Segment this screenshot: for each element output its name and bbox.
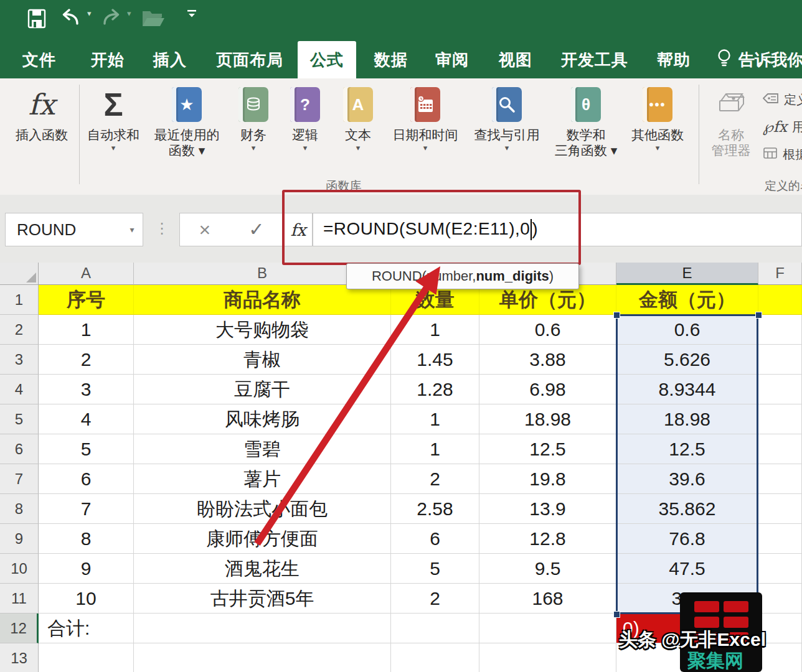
row-header-3[interactable]: 3 — [0, 345, 39, 375]
cell-A5[interactable]: 4 — [39, 404, 134, 434]
row-header-1[interactable]: 1 — [0, 285, 39, 315]
dropdown-arrow-icon[interactable]: ▾ — [334, 142, 382, 154]
row-header-6[interactable]: 6 — [0, 434, 39, 464]
cell-D8[interactable]: 13.9 — [479, 494, 616, 524]
cell-F10[interactable] — [758, 554, 802, 584]
cell-C9[interactable]: 6 — [391, 524, 479, 554]
dropdown-arrow-icon[interactable]: ▾ — [230, 142, 276, 154]
cell-D3[interactable]: 3.88 — [479, 345, 616, 375]
tab-page-layout[interactable]: 页面布局 — [215, 41, 285, 78]
save-icon[interactable] — [27, 9, 46, 29]
cell-A9[interactable]: 8 — [39, 524, 134, 554]
cell-C8[interactable]: 2.58 — [391, 494, 479, 524]
cell-A12[interactable]: 合计: — [39, 614, 134, 643]
redo-dropdown-icon[interactable]: ▾ — [127, 9, 131, 18]
cell-C4[interactable]: 1.28 — [391, 375, 479, 404]
column-header-A[interactable]: A — [39, 263, 134, 285]
cell-B7[interactable]: 薯片 — [134, 464, 391, 494]
financial-button[interactable]: 财务▾ — [230, 82, 276, 189]
cell-B6[interactable]: 雪碧 — [134, 434, 391, 464]
cell-C10[interactable]: 5 — [391, 554, 479, 584]
customize-quick-access-icon[interactable] — [187, 9, 197, 19]
cell-E6[interactable]: 12.5 — [616, 434, 758, 464]
cell-A2[interactable]: 1 — [39, 315, 134, 345]
math-trig-button[interactable]: θ数学和三角函数 ▾ — [547, 82, 625, 189]
formula-input[interactable]: =ROUND(SUM(E2:E11),0) — [313, 213, 802, 246]
cell-D13[interactable] — [479, 643, 616, 672]
tab-data[interactable]: 数据 — [374, 41, 408, 78]
enter-button[interactable]: ✓ — [248, 220, 264, 239]
date-time-button[interactable]: 日期和时间▾ — [384, 82, 466, 189]
cell-C5[interactable]: 1 — [391, 404, 479, 434]
create-from-selection-button[interactable]: 根据所选内容创建 — [763, 143, 802, 166]
cell-C2[interactable]: 1 — [391, 315, 479, 345]
dropdown-arrow-icon[interactable]: ▾ — [83, 142, 143, 154]
row-header-5[interactable]: 5 — [0, 404, 39, 434]
cell-E5[interactable]: 18.98 — [616, 404, 758, 434]
row-header-9[interactable]: 9 — [0, 524, 39, 554]
cell-D6[interactable]: 12.5 — [479, 434, 616, 464]
cell-B13[interactable] — [134, 643, 391, 672]
cell-E3[interactable]: 5.626 — [616, 345, 758, 375]
lookup-reference-button[interactable]: 查找与引用▾ — [468, 82, 546, 189]
cell-A11[interactable]: 10 — [39, 584, 134, 614]
cell-F2[interactable] — [758, 315, 802, 345]
tab-help[interactable]: 帮助 — [656, 41, 692, 78]
cell-B2[interactable]: 大号购物袋 — [134, 315, 391, 345]
row-header-2[interactable]: 2 — [0, 315, 39, 345]
recently-used-button[interactable]: ★最近使用的函数 ▾ — [145, 82, 229, 189]
cell-B4[interactable]: 豆腐干 — [134, 375, 391, 404]
cell-D10[interactable]: 9.5 — [479, 554, 616, 584]
cell-A10[interactable]: 9 — [39, 554, 134, 584]
cell-D9[interactable]: 12.8 — [479, 524, 616, 554]
tell-me[interactable]: 告诉我你 — [716, 41, 802, 78]
redo-icon[interactable] — [101, 9, 122, 26]
cell-A13[interactable] — [39, 643, 134, 672]
tab-formulas[interactable]: 公式 — [298, 41, 356, 78]
cell-C6[interactable]: 1 — [391, 434, 479, 464]
cell-F5[interactable] — [758, 404, 802, 434]
row-header-13[interactable]: 13 — [0, 643, 39, 672]
dropdown-arrow-icon[interactable]: ▾ — [468, 142, 546, 154]
undo-icon[interactable] — [60, 9, 81, 26]
tab-insert[interactable]: 插入 — [149, 41, 191, 78]
range-handle[interactable] — [613, 611, 620, 618]
cell-C1[interactable]: 数量 — [391, 285, 479, 315]
insert-function-button[interactable]: fx 插入函数 — [5, 82, 78, 189]
cell-E4[interactable]: 8.9344 — [616, 375, 758, 404]
name-manager-button[interactable]: 名称 管理器 — [704, 82, 758, 189]
cell-B1[interactable]: 商品名称 — [134, 285, 391, 315]
cell-D4[interactable]: 6.98 — [479, 375, 616, 404]
cell-C3[interactable]: 1.45 — [391, 345, 479, 375]
cell-D12[interactable] — [479, 614, 616, 643]
cell-E10[interactable]: 47.5 — [616, 554, 758, 584]
name-box[interactable]: ROUND ▾ — [5, 213, 143, 246]
cell-A7[interactable]: 6 — [39, 464, 134, 494]
cell-A4[interactable]: 3 — [39, 375, 134, 404]
cell-A6[interactable]: 5 — [39, 434, 134, 464]
cell-B12[interactable] — [134, 614, 391, 643]
dropdown-arrow-icon[interactable]: ▾ — [278, 142, 332, 154]
cell-E7[interactable]: 39.6 — [616, 464, 758, 494]
cell-D11[interactable]: 168 — [479, 584, 616, 614]
tab-home[interactable]: 开始 — [87, 41, 128, 78]
row-header-10[interactable]: 10 — [0, 554, 39, 584]
insert-function-fx-button[interactable]: fx — [284, 213, 313, 246]
row-header-7[interactable]: 7 — [0, 464, 39, 494]
select-all-corner[interactable] — [0, 263, 39, 285]
row-header-8[interactable]: 8 — [0, 494, 39, 524]
cell-E2[interactable]: 0.6 — [616, 315, 758, 345]
cell-A1[interactable]: 序号 — [39, 285, 134, 315]
cell-A3[interactable]: 2 — [39, 345, 134, 375]
cell-F7[interactable] — [758, 464, 802, 494]
cell-E8[interactable]: 35.862 — [616, 494, 758, 524]
undo-dropdown-icon[interactable]: ▾ — [87, 9, 92, 18]
more-functions-button[interactable]: •••其他函数▾ — [626, 82, 689, 189]
cell-A8[interactable]: 7 — [39, 494, 134, 524]
cell-F3[interactable] — [758, 345, 802, 375]
cell-B11[interactable]: 古井贡酒5年 — [134, 584, 391, 614]
cell-D5[interactable]: 18.98 — [479, 404, 616, 434]
cell-B8[interactable]: 盼盼法式小面包 — [134, 494, 391, 524]
use-in-formula-button[interactable]: ℘fx 用于公式 — [763, 116, 802, 138]
column-header-E[interactable]: E — [616, 263, 758, 285]
